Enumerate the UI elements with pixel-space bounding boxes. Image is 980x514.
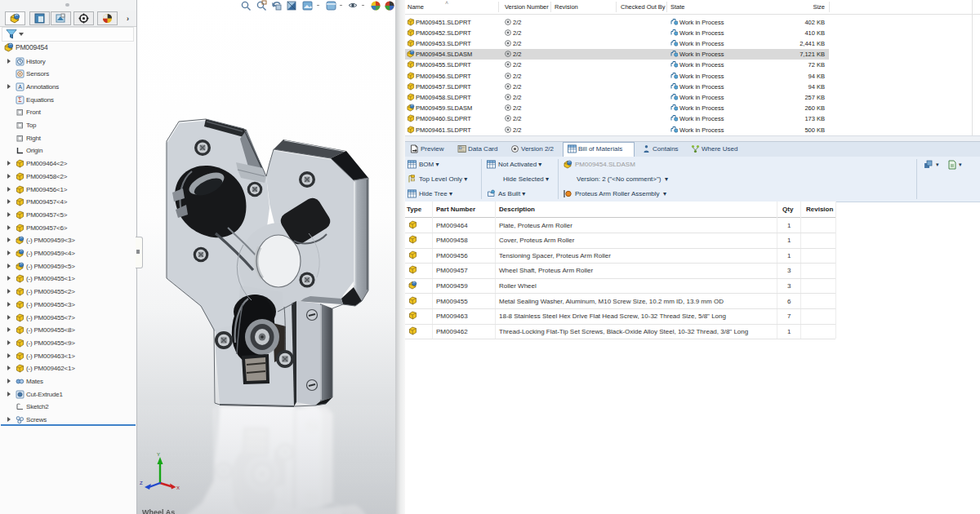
svg-text:Y: Y <box>157 452 160 457</box>
svg-text:X: X <box>176 485 180 490</box>
svg-text:Z: Z <box>140 481 143 485</box>
